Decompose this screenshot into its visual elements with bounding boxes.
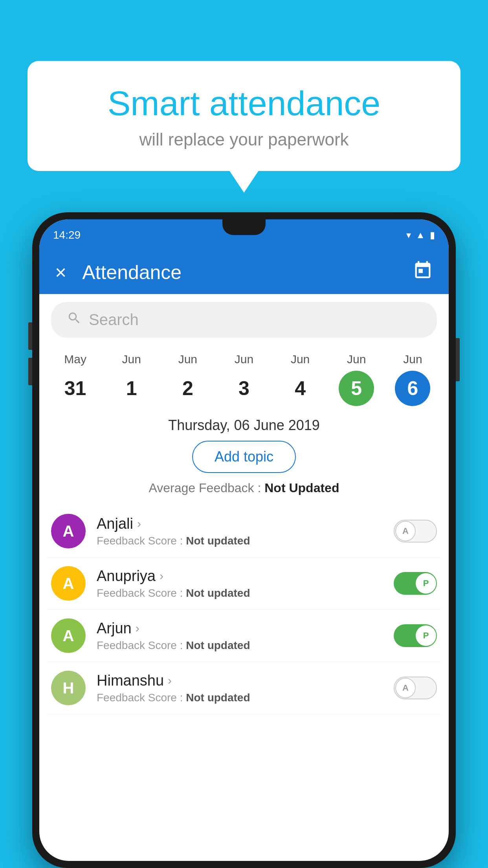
calendar-day[interactable]: Jun3 — [226, 353, 262, 406]
toggle-knob: A — [395, 521, 416, 541]
cal-date-number[interactable]: 3 — [226, 371, 262, 406]
toggle-knob: A — [395, 678, 416, 698]
calendar-day[interactable]: Jun5 — [339, 353, 374, 406]
calendar-day[interactable]: Jun1 — [114, 353, 149, 406]
status-icons: ▾ ▲ ▮ — [406, 230, 435, 241]
cal-month-label: Jun — [347, 353, 366, 366]
avg-feedback-value: Not Updated — [264, 481, 339, 495]
phone-screen: 14:29 ▾ ▲ ▮ × Attendance — [39, 219, 449, 861]
student-info: Anupriya ›Feedback Score : Not updated — [97, 568, 383, 600]
avg-feedback-label: Average Feedback : — [149, 481, 261, 495]
student-name[interactable]: Arjun › — [97, 620, 383, 637]
phone-notch — [222, 219, 266, 235]
side-button-power — [456, 338, 460, 381]
app-header: × Attendance — [39, 251, 449, 294]
calendar-strip: May31Jun1Jun2Jun3Jun4Jun5Jun6 — [39, 346, 449, 406]
student-feedback: Feedback Score : Not updated — [97, 587, 383, 600]
attendance-toggle[interactable]: P — [394, 572, 437, 595]
cal-month-label: Jun — [178, 353, 197, 366]
calendar-day[interactable]: Jun2 — [170, 353, 205, 406]
chevron-icon: › — [137, 517, 141, 530]
side-button-volume-up — [28, 322, 32, 350]
student-info: Anjali ›Feedback Score : Not updated — [97, 515, 383, 547]
student-feedback: Feedback Score : Not updated — [97, 535, 383, 547]
status-bar: 14:29 ▾ ▲ ▮ — [39, 219, 449, 251]
attendance-toggle[interactable]: P — [394, 624, 437, 647]
chevron-icon: › — [136, 622, 139, 635]
toggle-knob: P — [416, 625, 436, 646]
toggle-on[interactable]: P — [394, 624, 437, 647]
cal-date-number[interactable]: 6 — [395, 371, 430, 406]
student-name[interactable]: Himanshu › — [97, 672, 383, 689]
calendar-day[interactable]: May31 — [58, 353, 93, 406]
side-button-volume-down — [28, 358, 32, 385]
calendar-day[interactable]: Jun4 — [283, 353, 318, 406]
student-row[interactable]: HHimanshu ›Feedback Score : Not updatedA — [47, 662, 441, 714]
selected-date: Thursday, 06 June 2019 — [39, 417, 449, 434]
search-bar[interactable]: Search — [51, 302, 437, 338]
cal-month-label: Jun — [403, 353, 422, 366]
cal-month-label: May — [64, 353, 86, 366]
student-avatar: A — [51, 618, 86, 653]
status-time: 14:29 — [53, 229, 81, 241]
student-row[interactable]: AAnjali ›Feedback Score : Not updatedA — [47, 505, 441, 557]
avg-feedback: Average Feedback : Not Updated — [39, 481, 449, 495]
battery-icon: ▮ — [430, 230, 435, 241]
student-feedback: Feedback Score : Not updated — [97, 639, 383, 652]
student-avatar: A — [51, 566, 86, 601]
calendar-day[interactable]: Jun6 — [395, 353, 430, 406]
chevron-icon: › — [168, 674, 172, 687]
cal-month-label: Jun — [291, 353, 310, 366]
student-row[interactable]: AAnupriya ›Feedback Score : Not updatedP — [47, 557, 441, 610]
cal-date-number[interactable]: 2 — [170, 371, 205, 406]
speech-bubble-container: Smart attendance will replace your paper… — [28, 61, 460, 171]
app-title: Attendance — [82, 261, 401, 284]
cal-month-label: Jun — [122, 353, 141, 366]
toggle-off[interactable]: A — [394, 520, 437, 542]
toggle-off[interactable]: A — [394, 677, 437, 699]
student-feedback: Feedback Score : Not updated — [97, 691, 383, 704]
cal-date-number[interactable]: 1 — [114, 371, 149, 406]
calendar-icon[interactable] — [413, 260, 433, 285]
student-name[interactable]: Anupriya › — [97, 568, 383, 585]
add-topic-button[interactable]: Add topic — [192, 441, 296, 473]
student-info: Himanshu ›Feedback Score : Not updated — [97, 672, 383, 704]
phone-container: 14:29 ▾ ▲ ▮ × Attendance — [32, 212, 456, 868]
bubble-title: Smart attendance — [59, 85, 429, 123]
attendance-toggle[interactable]: A — [394, 520, 437, 542]
cal-date-number[interactable]: 4 — [283, 371, 318, 406]
wifi-icon: ▾ — [406, 230, 411, 241]
student-info: Arjun ›Feedback Score : Not updated — [97, 620, 383, 652]
cal-date-number[interactable]: 31 — [58, 371, 93, 406]
search-placeholder: Search — [89, 311, 139, 329]
cal-date-number[interactable]: 5 — [339, 371, 374, 406]
search-icon — [67, 311, 82, 329]
toggle-knob: P — [416, 573, 436, 594]
toggle-on[interactable]: P — [394, 572, 437, 595]
phone-outer: 14:29 ▾ ▲ ▮ × Attendance — [32, 212, 456, 868]
student-avatar: H — [51, 671, 86, 705]
student-list: AAnjali ›Feedback Score : Not updatedAAA… — [39, 505, 449, 714]
student-avatar: A — [51, 514, 86, 548]
bubble-subtitle: will replace your paperwork — [59, 130, 429, 149]
speech-bubble: Smart attendance will replace your paper… — [28, 61, 460, 171]
attendance-toggle[interactable]: A — [394, 677, 437, 699]
student-name[interactable]: Anjali › — [97, 515, 383, 532]
chevron-icon: › — [160, 569, 163, 583]
cal-month-label: Jun — [235, 353, 253, 366]
close-button[interactable]: × — [55, 261, 66, 284]
signal-icon: ▲ — [416, 230, 425, 241]
student-row[interactable]: AArjun ›Feedback Score : Not updatedP — [47, 610, 441, 662]
